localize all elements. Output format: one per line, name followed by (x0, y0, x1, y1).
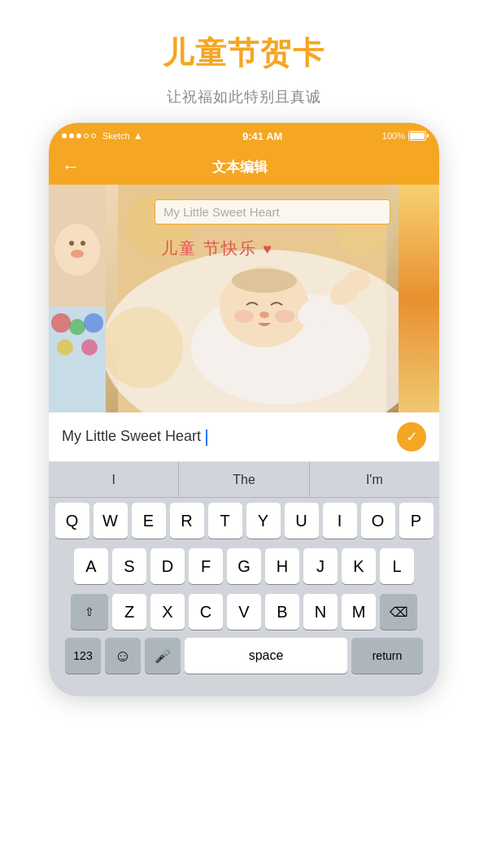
key-n[interactable]: N (303, 594, 338, 630)
key-i[interactable]: I (323, 503, 357, 539)
key-w[interactable]: W (94, 503, 128, 539)
side-baby-image (49, 185, 106, 412)
confirm-button[interactable]: ✓ (397, 422, 426, 451)
return-key[interactable]: return (351, 638, 423, 674)
key-row-3: ⇧ Z X C V B N M ⌫ (49, 589, 439, 635)
status-bar: Sketch ▲ 9:41 AM 100% (49, 123, 439, 149)
emoji-key[interactable]: ☺ (105, 638, 141, 674)
heart-icon: ♥ (263, 241, 273, 257)
suggestion-i[interactable]: I (49, 462, 179, 497)
signal-dot-1 (62, 133, 67, 138)
key-f[interactable]: F (189, 548, 223, 584)
key-123[interactable]: 123 (65, 638, 101, 674)
key-v[interactable]: V (227, 594, 261, 630)
right-strip-svg (399, 185, 439, 412)
subtitle: 让祝福如此特别且真诚 (16, 87, 472, 107)
text-edit-value: My Little Sweet Heart (62, 428, 397, 445)
suggestion-im[interactable]: I'm (310, 462, 439, 497)
signal-dot-4 (84, 133, 89, 138)
battery-icon (408, 131, 426, 141)
svg-point-3 (81, 241, 85, 246)
back-button[interactable]: ← (62, 156, 86, 177)
left-baby-svg (49, 185, 106, 412)
card-input-overlay[interactable]: My Little Sweet Heart (155, 199, 390, 225)
card-main: My Little Sweet Heart 儿童 节快乐 ♥ (106, 185, 399, 412)
mic-key[interactable]: 🎤 (145, 638, 181, 674)
key-p[interactable]: P (399, 503, 434, 539)
wifi-icon: ▲ (133, 130, 143, 142)
text-edit-area[interactable]: My Little Sweet Heart ✓ (49, 412, 439, 462)
key-z[interactable]: Z (112, 594, 146, 630)
signal-dot-3 (76, 133, 81, 138)
key-row-4: 123 ☺ 🎤 space return (49, 635, 439, 680)
key-k[interactable]: K (342, 548, 376, 584)
key-o[interactable]: O (361, 503, 395, 539)
svg-point-15 (232, 268, 297, 293)
delete-key[interactable]: ⌫ (380, 594, 417, 630)
status-right: 100% (382, 131, 426, 141)
card-chinese-text: 儿童 节快乐 ♥ (161, 238, 273, 260)
key-m[interactable]: M (342, 594, 376, 630)
card-input-text: My Little Sweet Heart (163, 205, 280, 219)
svg-point-2 (69, 241, 74, 246)
key-g[interactable]: G (227, 548, 261, 584)
key-c[interactable]: C (189, 594, 223, 630)
top-section: 儿童节贺卡 让祝福如此特别且真诚 (0, 0, 488, 123)
status-left: Sketch ▲ (62, 130, 143, 142)
battery-fill (410, 133, 425, 139)
svg-point-4 (71, 250, 84, 258)
suggestion-the[interactable]: The (179, 462, 309, 497)
svg-point-6 (51, 313, 71, 333)
signal-dot-2 (69, 133, 74, 138)
svg-point-8 (84, 313, 103, 333)
keyboard: I The I'm Q W E R T Y U I O P A S D F G … (49, 462, 439, 680)
signal-dot-5 (91, 133, 96, 138)
key-q[interactable]: Q (55, 503, 89, 539)
svg-point-17 (234, 310, 254, 323)
key-d[interactable]: D (150, 548, 185, 584)
phone-bottom-bar (49, 680, 439, 696)
key-r[interactable]: R (170, 503, 204, 539)
key-l[interactable]: L (380, 548, 414, 584)
svg-rect-26 (399, 185, 439, 412)
svg-point-10 (81, 339, 98, 355)
carrier-label: Sketch (102, 131, 130, 141)
key-b[interactable]: B (265, 594, 299, 630)
key-row-1: Q W E R T Y U I O P (49, 498, 439, 543)
svg-point-9 (57, 339, 73, 355)
svg-point-7 (69, 319, 85, 335)
cursor (206, 430, 207, 446)
svg-point-18 (275, 310, 294, 323)
main-title: 儿童节贺卡 (16, 33, 472, 74)
key-h[interactable]: H (265, 548, 299, 584)
signal-dots (62, 133, 96, 138)
key-x[interactable]: X (150, 594, 185, 630)
card-left-strip (49, 185, 106, 412)
svg-point-16 (259, 312, 269, 318)
key-y[interactable]: Y (246, 503, 281, 539)
key-row-2: A S D F G H J K L (49, 543, 439, 589)
card-right-strip (399, 185, 439, 412)
status-time: 9:41 AM (242, 130, 282, 142)
suggestion-bar: I The I'm (49, 462, 439, 498)
key-e[interactable]: E (132, 503, 166, 539)
space-key[interactable]: space (185, 638, 347, 674)
battery-label: 100% (382, 131, 405, 141)
key-a[interactable]: A (74, 548, 108, 584)
key-s[interactable]: S (112, 548, 146, 584)
nav-title: 文本编辑 (86, 158, 394, 177)
key-t[interactable]: T (208, 503, 242, 539)
card-area: My Little Sweet Heart 儿童 节快乐 ♥ (49, 185, 439, 412)
nav-bar: ← 文本编辑 (49, 149, 439, 185)
key-j[interactable]: J (303, 548, 338, 584)
phone-frame: Sketch ▲ 9:41 AM 100% ← 文本编辑 (49, 123, 439, 696)
key-u[interactable]: U (285, 503, 319, 539)
shift-key[interactable]: ⇧ (71, 594, 108, 630)
svg-point-21 (346, 270, 370, 291)
